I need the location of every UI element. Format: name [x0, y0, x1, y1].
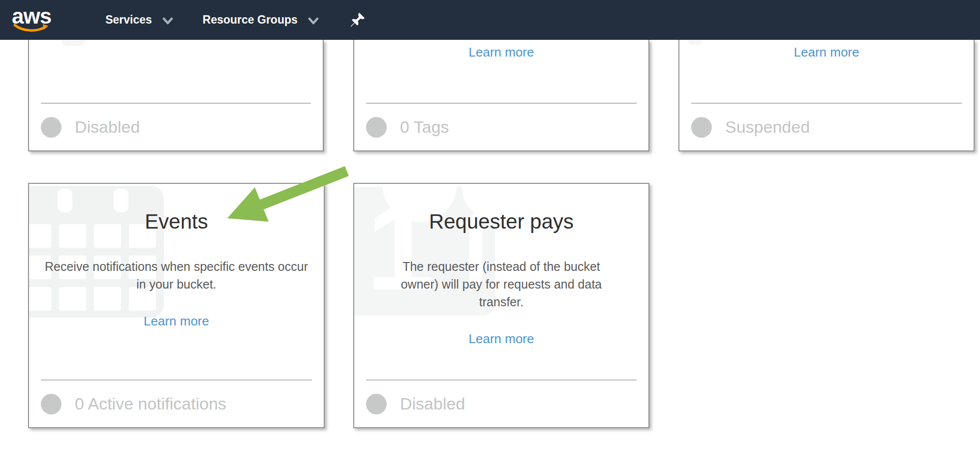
- top-card-3: Learn more Suspended: [678, 40, 975, 151]
- nav-resource-groups-menu[interactable]: Resource Groups: [203, 13, 319, 27]
- status-text: Suspended: [725, 117, 810, 137]
- card-title: Requester pays: [354, 184, 648, 234]
- learn-more-link[interactable]: Learn more: [469, 45, 534, 60]
- card-description: Receive notifications when specific even…: [42, 258, 310, 293]
- aws-smile-icon: [13, 24, 50, 33]
- nav-resource-groups-label: Resource Groups: [203, 13, 298, 27]
- status-text: 0 Active notifications: [75, 394, 226, 413]
- nav-services-menu[interactable]: Services: [105, 13, 173, 27]
- status-dot-icon: [41, 394, 61, 414]
- pushpin-icon[interactable]: [350, 12, 365, 29]
- status-dot-icon: [366, 394, 387, 414]
- status-dot-icon: [366, 117, 387, 138]
- status-row: Disabled: [41, 103, 311, 150]
- top-nav: aws Services Resource Groups: [0, 0, 980, 40]
- aws-logo[interactable]: aws: [12, 6, 51, 33]
- status-row: Disabled: [366, 380, 637, 427]
- nav-services-label: Services: [105, 13, 152, 27]
- status-text: 0 Tags: [400, 117, 449, 137]
- chevron-down-icon: [308, 17, 319, 25]
- learn-more-link[interactable]: Learn more: [469, 331, 534, 347]
- status-dot-icon: [41, 117, 61, 138]
- card-title: Events: [29, 184, 324, 234]
- card-events: Events Receive notifications when specif…: [28, 183, 325, 428]
- top-card-2: Learn more 0 Tags: [353, 40, 649, 151]
- status-dot-icon: [691, 117, 712, 138]
- chevron-down-icon: [162, 17, 173, 25]
- learn-more-link[interactable]: Learn more: [144, 314, 209, 329]
- status-text: Disabled: [75, 117, 140, 137]
- card-requester-pays: 1 Requester pays The requester (instead …: [353, 183, 649, 428]
- top-card-1: Disabled: [28, 40, 324, 151]
- card-description: The requester (instead of the bucket own…: [383, 258, 619, 311]
- status-row: Suspended: [691, 103, 962, 150]
- s3-properties-screen: aws Services Resource Groups: [0, 0, 980, 468]
- status-row: 0 Tags: [366, 103, 637, 150]
- status-text: Disabled: [400, 394, 465, 413]
- background-icon-fragment: [61, 40, 85, 46]
- learn-more-link[interactable]: Learn more: [794, 45, 859, 60]
- status-row: 0 Active notifications: [41, 380, 312, 427]
